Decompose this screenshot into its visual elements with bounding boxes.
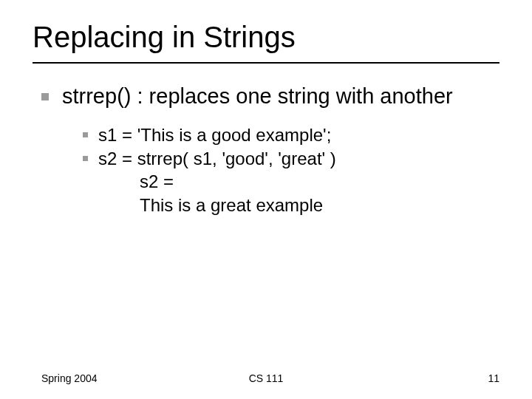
- footer-center: CS 111: [0, 372, 532, 384]
- slide-title: Replacing in Strings: [33, 21, 296, 54]
- footer-page-number: 11: [488, 372, 499, 384]
- square-bullet-icon: [41, 93, 49, 100]
- bullet-level2: s2 = strrep( s1, 'good', 'great' ): [83, 147, 495, 171]
- slide: Replacing in Strings strrep() : replaces…: [0, 0, 532, 399]
- sub-bullets: s1 = 'This is a good example'; s2 = strr…: [83, 123, 495, 217]
- bullet-level1-text: strrep() : replaces one string with anot…: [62, 83, 453, 110]
- square-bullet-icon: [83, 132, 88, 137]
- bullet-level2: s1 = 'This is a good example';: [83, 123, 495, 147]
- output-line: This is a great example: [140, 194, 495, 217]
- bullet-level2-text: s1 = 'This is a good example';: [98, 123, 331, 147]
- bullet-level2-text: s2 = strrep( s1, 'good', 'great' ): [98, 147, 336, 171]
- bullet-level1: strrep() : replaces one string with anot…: [41, 83, 495, 110]
- square-bullet-icon: [83, 156, 88, 161]
- slide-body: strrep() : replaces one string with anot…: [41, 83, 495, 217]
- slide-footer: Spring 2004 CS 111 11: [0, 369, 532, 384]
- output-line: s2 =: [140, 170, 495, 194]
- title-underline: [33, 62, 499, 64]
